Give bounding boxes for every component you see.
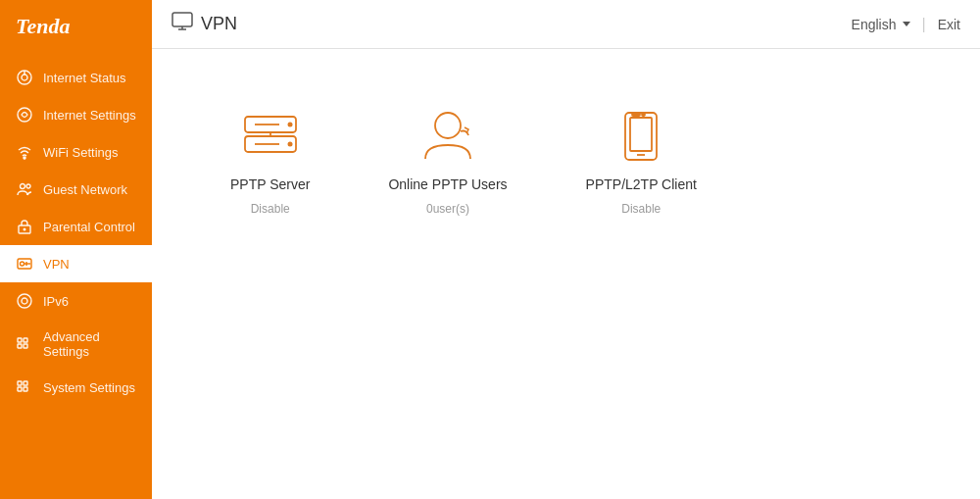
sidebar: Tenda Internet Status Internet Settings … [0, 0, 152, 499]
wifi-settings-icon [16, 143, 33, 161]
svg-point-3 [18, 108, 31, 122]
svg-rect-18 [24, 344, 27, 348]
vpn-icon [16, 255, 33, 273]
svg-point-8 [24, 228, 26, 231]
svg-point-6 [26, 184, 30, 188]
parental-control-icon [16, 218, 33, 235]
sidebar-item-ipv6[interactable]: IPv6 [0, 282, 152, 320]
ipv6-icon [16, 292, 33, 310]
svg-point-33 [435, 113, 461, 138]
sidebar-label: VPN [43, 257, 70, 272]
brand-logo: Tenda [0, 0, 152, 53]
svg-rect-17 [24, 338, 27, 342]
vpn-card-title: Online PPTP Users [388, 176, 507, 192]
pptp-server-icon [236, 108, 305, 167]
topbar-right: English | Exit [852, 16, 960, 33]
svg-point-10 [21, 262, 24, 266]
sidebar-label: Internet Status [43, 71, 126, 85]
vpn-card-online-pptp-users[interactable]: Online PPTP Users 0user(s) [388, 108, 507, 216]
svg-rect-21 [24, 381, 27, 385]
sidebar-label: Advanced Settings [43, 329, 136, 359]
page-title: VPN [201, 14, 237, 34]
sidebar-label: Internet Settings [43, 108, 136, 123]
svg-point-13 [18, 294, 31, 308]
sidebar-item-wifi-settings[interactable]: WiFi Settings [0, 133, 152, 171]
svg-rect-22 [24, 387, 27, 391]
vpn-card-pptp-server[interactable]: PPTP Server Disable [230, 108, 310, 216]
sidebar-item-parental-control[interactable]: Parental Control [0, 208, 152, 245]
advanced-settings-icon [16, 335, 33, 353]
brand-name: Tenda [16, 14, 70, 38]
system-settings-icon [16, 378, 33, 396]
sidebar-item-vpn[interactable]: VPN [0, 245, 152, 282]
svg-point-29 [287, 142, 292, 147]
vpn-card-status: Disable [621, 202, 661, 216]
internet-status-icon [16, 69, 33, 86]
exit-button[interactable]: Exit [938, 17, 960, 32]
svg-rect-19 [18, 381, 22, 385]
svg-rect-20 [18, 387, 22, 391]
svg-point-28 [287, 123, 292, 127]
svg-rect-35 [630, 118, 652, 151]
topbar: VPN English | Exit [152, 0, 980, 49]
vpn-card-pptp-l2tp-client[interactable]: PPTP/L2TP Client Disable [586, 108, 697, 216]
divider: | [922, 16, 926, 33]
sidebar-item-guest-network[interactable]: Guest Network [0, 171, 152, 208]
vpn-card-title: PPTP/L2TP Client [586, 176, 697, 192]
language-selector[interactable]: English [852, 17, 910, 32]
sidebar-item-internet-status[interactable]: Internet Status [0, 59, 152, 96]
svg-point-5 [21, 184, 25, 189]
sidebar-item-internet-settings[interactable]: Internet Settings [0, 96, 152, 133]
sidebar-label: WiFi Settings [43, 145, 119, 160]
online-pptp-users-icon [414, 108, 482, 167]
svg-rect-38 [642, 114, 645, 116]
svg-rect-16 [18, 344, 22, 348]
svg-point-1 [22, 75, 27, 80]
svg-point-4 [24, 157, 25, 159]
sidebar-label: System Settings [43, 380, 135, 395]
vpn-icon [172, 12, 193, 36]
sidebar-label: Guest Network [43, 182, 127, 197]
sidebar-label: IPv6 [43, 294, 69, 309]
chevron-down-icon [903, 22, 910, 26]
internet-settings-icon [16, 106, 33, 124]
svg-rect-23 [172, 13, 192, 26]
vpn-card-status: Disable [251, 202, 290, 216]
svg-rect-15 [18, 338, 22, 342]
page-title-area: VPN [172, 12, 852, 36]
vpn-card-title: PPTP Server [230, 176, 310, 192]
pptp-l2tp-client-icon [607, 108, 675, 167]
vpn-card-status: 0user(s) [426, 202, 469, 216]
guest-network-icon [16, 180, 33, 198]
sidebar-item-system-settings[interactable]: System Settings [0, 369, 152, 406]
sidebar-label: Parental Control [43, 220, 135, 234]
main-content: VPN English | Exit PPTP Server Disable [152, 0, 980, 499]
svg-rect-37 [632, 114, 640, 116]
language-label: English [852, 17, 897, 32]
vpn-content: PPTP Server Disable Online PPTP Users 0u… [152, 49, 980, 499]
sidebar-item-advanced-settings[interactable]: Advanced Settings [0, 320, 152, 369]
svg-point-14 [22, 298, 27, 304]
